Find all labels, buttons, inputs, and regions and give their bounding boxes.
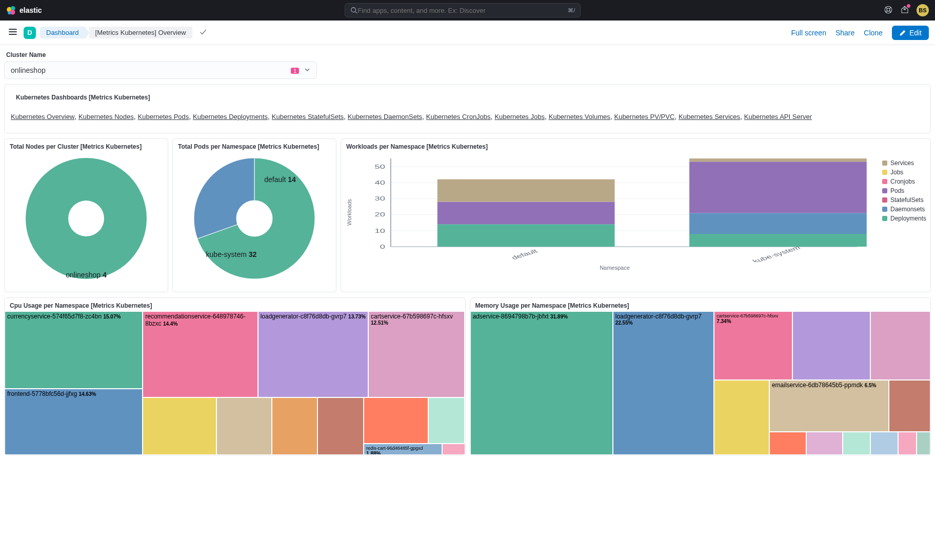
treemap-cell[interactable] (317, 397, 364, 455)
legend-swatch (882, 197, 887, 203)
svg-rect-32 (437, 202, 615, 224)
space-selector[interactable]: D (24, 27, 36, 39)
treemap-cell[interactable] (792, 311, 871, 380)
legend-swatch (882, 216, 887, 221)
legend-label: Services (890, 159, 914, 167)
treemap-cell[interactable]: redis-cart-96d48485f-gpgxd 1.88% (364, 444, 442, 455)
legend-item[interactable]: Jobs (882, 168, 926, 177)
legend-label: Deployments (890, 215, 926, 222)
cpu-panel: Cpu Usage per Namespace [Metrics Kuberne… (4, 297, 466, 455)
dashboard-link[interactable]: Kubernetes Nodes (78, 113, 134, 121)
legend-item[interactable]: Daemonsets (882, 205, 926, 214)
global-search[interactable]: ⌘/ (345, 3, 581, 17)
breadcrumb-dashboard[interactable]: Dashboard (40, 27, 85, 38)
dashboard-link[interactable]: Kubernetes API Server (744, 113, 812, 121)
dashboard-link[interactable]: Kubernetes StatefulSets (272, 113, 344, 121)
svg-text:50: 50 (375, 164, 385, 170)
workloads-legend: ServicesJobsCronjobsPodsStatefulSetsDaem… (876, 154, 926, 271)
treemap-cell[interactable] (898, 432, 917, 455)
treemap-cell[interactable] (806, 432, 843, 455)
legend-item[interactable]: Deployments (882, 214, 926, 223)
treemap-cell[interactable] (714, 380, 769, 455)
search-input[interactable] (357, 7, 568, 14)
treemap-cell[interactable] (272, 397, 318, 455)
help-icon[interactable] (884, 5, 893, 16)
legend-item[interactable]: Cronjobs (882, 177, 926, 186)
dashboard-link[interactable]: Kubernetes Jobs (494, 113, 545, 121)
treemap-cell[interactable]: emailservice-6db78645b5-ppmdk 6.5% (769, 380, 889, 432)
legend-label: Daemonsets (890, 206, 925, 213)
treemap-cell[interactable] (216, 397, 272, 455)
nodes-donut-chart[interactable]: onlineshop 4 (12, 154, 161, 288)
dashboard-link[interactable]: Kubernetes Volumes (549, 113, 610, 121)
dashboard-links-list: Kubernetes Overview, Kubernetes Nodes, K… (11, 112, 924, 121)
legend-swatch (882, 179, 887, 184)
treemap-cell[interactable] (843, 432, 870, 455)
svg-rect-33 (437, 179, 615, 202)
full-screen-button[interactable]: Full screen (791, 29, 826, 37)
treemap-cell[interactable] (143, 397, 216, 455)
svg-rect-38 (689, 158, 867, 162)
treemap-cell[interactable] (870, 311, 930, 380)
toolbar: D Dashboard [Metrics Kubernetes] Overvie… (0, 21, 935, 45)
mem-treemap[interactable]: adservice-8694798b7b-jbfxt 31.89%loadgen… (470, 311, 931, 455)
svg-text:20: 20 (375, 212, 385, 218)
newsfeed-icon[interactable] (900, 5, 909, 16)
pencil-icon (899, 29, 906, 36)
treemap-cell[interactable]: cartservice-67b598697c-hfsxv 7.34% (714, 311, 792, 380)
dashboard-link[interactable]: Kubernetes CronJobs (426, 113, 491, 121)
svg-line-8 (886, 7, 887, 8)
nodes-panel: Total Nodes per Cluster [Metrics Kuberne… (4, 138, 168, 292)
treemap-cell[interactable] (917, 432, 930, 455)
pods-panel: Total Pods per Namespace [Metrics Kubern… (172, 138, 336, 292)
treemap-cell[interactable]: adservice-8694798b7b-jbfxt 31.89% (470, 311, 613, 455)
cluster-name-filter[interactable]: onlineshop 1 (4, 62, 317, 79)
legend-item[interactable]: Pods (882, 186, 926, 195)
treemap-cell[interactable] (769, 432, 806, 455)
dashboard-link[interactable]: Kubernetes DaemonSets (348, 113, 422, 121)
treemap-cell[interactable]: frontend-5778bfc56d-jjfxg 14.63% (5, 389, 143, 455)
user-avatar[interactable]: BS (917, 4, 929, 16)
elastic-logo[interactable]: elastic (6, 5, 42, 15)
share-button[interactable]: Share (835, 29, 854, 37)
legend-item[interactable]: StatefulSets (882, 195, 926, 205)
treemap-cell[interactable] (870, 432, 898, 455)
treemap-cell[interactable] (442, 444, 465, 455)
svg-text:30: 30 (375, 196, 385, 202)
cpu-panel-title: Cpu Usage per Namespace [Metrics Kuberne… (5, 298, 465, 311)
treemap-cell[interactable]: loadgenerator-c8f76d8db-gvrp7 22.55% (613, 311, 714, 455)
treemap-cell[interactable]: loadgenerator-c8f76d8db-gvrp7 13.73% (258, 311, 368, 397)
mem-panel: Memory Usage per Namespace [Metrics Kube… (470, 297, 931, 455)
dashboard-link[interactable]: Kubernetes Services (679, 113, 740, 121)
legend-swatch (882, 161, 887, 166)
dashboard-link[interactable]: Kubernetes Overview (11, 113, 74, 121)
svg-rect-31 (437, 224, 615, 247)
pods-donut-chart[interactable]: default 14kube-system 32 (180, 154, 329, 288)
edit-button[interactable]: Edit (892, 26, 929, 40)
elastic-logo-icon (6, 5, 16, 15)
svg-line-11 (889, 11, 891, 12)
treemap-cell[interactable] (364, 397, 428, 444)
dashboard-link[interactable]: Kubernetes Pods (138, 113, 189, 121)
workloads-panel: Workloads per Namespace [Metrics Kuberne… (341, 138, 931, 292)
nav-toggle-icon[interactable] (6, 25, 19, 40)
edit-button-label: Edit (909, 29, 922, 37)
treemap-cell[interactable]: currencyservice-574f65d7f8-zc4bn 15.07% (5, 311, 143, 389)
svg-text:default: default (510, 248, 539, 261)
treemap-cell[interactable]: cartservice-67b598697c-hfsxv 12.51% (368, 311, 465, 397)
filter-count-badge: 1 (291, 68, 299, 74)
mem-panel-title: Memory Usage per Namespace [Metrics Kube… (470, 298, 931, 311)
clone-button[interactable]: Clone (864, 29, 883, 37)
treemap-cell[interactable] (428, 397, 465, 444)
svg-point-13 (68, 201, 104, 236)
treemap-cell[interactable] (889, 380, 930, 432)
workloads-bar-chart[interactable]: 01020304050defaultkube-system (353, 154, 876, 262)
cpu-treemap[interactable]: currencyservice-574f65d7f8-zc4bn 15.07%f… (5, 311, 465, 455)
dashboard-link[interactable]: Kubernetes Deployments (193, 113, 268, 121)
dashboard-link[interactable]: Kubernetes PV/PVC (614, 113, 674, 121)
legend-item[interactable]: Services (882, 158, 926, 168)
dashboard-links-panel: Kubernetes Dashboards [Metrics Kubernete… (4, 84, 931, 133)
title-edit-icon[interactable] (200, 28, 207, 37)
treemap-cell[interactable]: recommendationservice-648978746-8bzxc 14… (143, 311, 257, 397)
links-panel-title: Kubernetes Dashboards [Metrics Kubernete… (11, 90, 924, 103)
